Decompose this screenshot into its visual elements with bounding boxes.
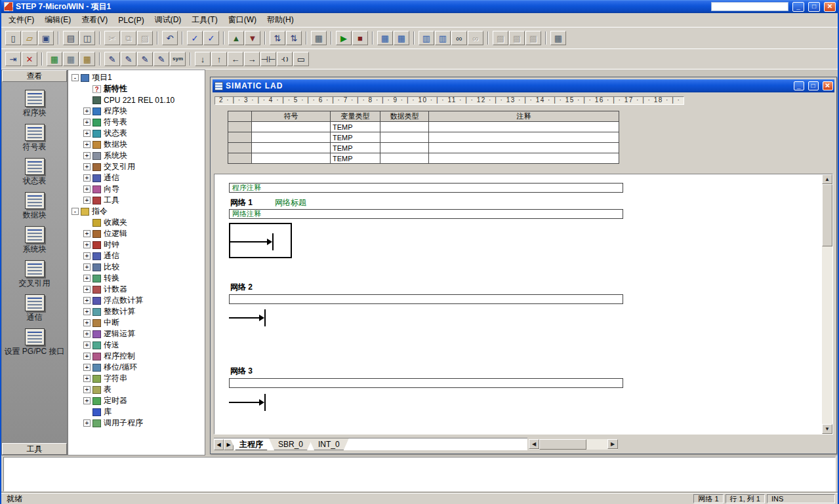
tree-item-project[interactable]: -项目1	[68, 72, 205, 83]
horizontal-scroll-track[interactable]	[586, 439, 607, 450]
status-monitor-button[interactable]: ∞	[451, 31, 467, 45]
row-selector[interactable]	[228, 153, 252, 164]
tree-expander[interactable]: +	[83, 230, 91, 237]
line-left-button[interactable]: ←	[228, 52, 243, 66]
tree-item-logical-operations[interactable]: +逻辑运算	[68, 328, 205, 339]
sidebar-item-set-pg-pc[interactable]: 设置 PG/PC 接口	[4, 328, 66, 356]
tree-item-shift-rotate[interactable]: +移位/循环	[68, 362, 205, 373]
tree-item-communications[interactable]: +通信	[68, 250, 205, 262]
menu-help[interactable]: 帮助(H)	[262, 12, 299, 28]
tree-expander[interactable]: +	[83, 252, 91, 260]
tree-expander[interactable]: +	[83, 341, 91, 349]
var-cell[interactable]	[380, 143, 429, 153]
apply-symbols-button[interactable]: ▦	[63, 52, 79, 66]
toggle-network-comment-button[interactable]: ✎	[121, 52, 136, 66]
tree-expander[interactable]: -	[72, 208, 79, 215]
var-cell[interactable]	[380, 153, 429, 164]
sort-ascending-button[interactable]: ⇅	[270, 31, 285, 45]
sidebar-item-cross-reference[interactable]: 交叉引用	[4, 260, 66, 288]
pause-chart-status-button[interactable]: ▥	[435, 31, 451, 45]
tree-expander[interactable]: +	[83, 386, 91, 393]
tree-item-table[interactable]: +表	[68, 384, 205, 395]
element-cursor-box[interactable]	[229, 223, 292, 258]
tree-expander[interactable]: +	[83, 319, 91, 326]
tree-expander[interactable]: +	[83, 397, 91, 404]
tree-item-instructions-folder[interactable]: -指令	[68, 206, 205, 217]
tree-item-whats-new[interactable]: ?新特性	[68, 83, 205, 94]
tree-item-counters[interactable]: +计数器	[68, 284, 205, 295]
ladder-editor-surface[interactable]: 程序注释 网络 1网络标题网络注释网络 2网络 3	[215, 174, 822, 434]
tree-expander[interactable]: +	[83, 107, 91, 115]
sidebar-item-symbol-table[interactable]: 符号表	[4, 124, 66, 151]
tree-item-status-chart[interactable]: +状态表	[68, 128, 205, 139]
tree-expander[interactable]: +	[83, 119, 91, 126]
var-cell[interactable]	[380, 122, 429, 132]
scroll-right-button[interactable]: ▶	[607, 439, 618, 449]
chart-status-button[interactable]: ▥	[419, 31, 434, 45]
var-cell[interactable]	[429, 143, 619, 153]
tools-bar-header[interactable]: 工具	[2, 443, 67, 455]
tree-item-convert[interactable]: +转换	[68, 273, 205, 284]
symbol-table-button[interactable]: ▦	[47, 52, 62, 66]
tree-expander[interactable]: +	[83, 353, 91, 360]
tree-expander[interactable]: +	[83, 141, 91, 148]
tree-item-system-block[interactable]: +系统块	[68, 150, 205, 161]
var-cell[interactable]	[429, 122, 619, 132]
toggle-pou-comment-button[interactable]: ✎	[104, 52, 120, 66]
insert-contact-button[interactable]: ⊣⊢	[260, 52, 276, 66]
menu-window[interactable]: 窗口(W)	[223, 12, 262, 28]
var-cell[interactable]: TEMP	[331, 143, 380, 153]
var-cell[interactable]	[252, 132, 331, 143]
tree-expander[interactable]: +	[83, 185, 91, 193]
tree-item-call-subroutines[interactable]: +调用子程序	[68, 417, 205, 429]
horizontal-scroll-thumb[interactable]	[539, 439, 586, 450]
network-title[interactable]: 网络标题	[275, 198, 306, 207]
close-button[interactable]: ✕	[824, 2, 836, 12]
open-file-button[interactable]: ▱	[22, 31, 37, 45]
tree-expander[interactable]: +	[83, 130, 91, 137]
tree-item-integer-math[interactable]: +整数计算	[68, 306, 205, 317]
vertical-scroll-thumb[interactable]	[822, 184, 832, 246]
horizontal-scrollbar[interactable]: ◀ ▶	[529, 439, 618, 450]
var-cell[interactable]	[252, 122, 331, 132]
network-comment-box[interactable]	[229, 294, 623, 304]
toggle-symbol-addressing-button[interactable]: ✎	[153, 52, 169, 66]
var-cell[interactable]: TEMP	[331, 132, 380, 143]
var-cell[interactable]: TEMP	[331, 122, 380, 132]
tree-item-floating-point-math[interactable]: +浮点数计算	[68, 295, 205, 306]
tab-main-program[interactable]: 主程序	[230, 438, 272, 450]
row-selector[interactable]	[228, 132, 252, 143]
tree-item-program-block[interactable]: +程序块	[68, 106, 205, 117]
tree-item-wizards[interactable]: +向导	[68, 184, 205, 195]
tree-item-data-block[interactable]: +数据块	[68, 139, 205, 150]
network-comment-box[interactable]: 网络注释	[229, 209, 623, 219]
sidebar-item-system-block[interactable]: 系统块	[4, 226, 66, 254]
bookmark-button[interactable]: ▦	[550, 31, 566, 45]
print-button[interactable]: ▤	[63, 31, 79, 45]
tree-expander[interactable]: +	[83, 286, 91, 293]
scroll-up-button[interactable]: ▲	[822, 174, 832, 184]
tree-item-compare[interactable]: +比较	[68, 262, 205, 273]
vertical-scroll-track[interactable]	[822, 246, 832, 424]
toggle-symbol-info-button[interactable]: ✎	[137, 52, 153, 66]
sidebar-item-communications[interactable]: 通信	[4, 294, 66, 322]
tree-item-timers[interactable]: +定时器	[68, 395, 205, 406]
tree-expander[interactable]: +	[83, 241, 91, 248]
compile-button[interactable]: ✓	[187, 31, 203, 45]
tree-item-program-control[interactable]: +程序控制	[68, 351, 205, 362]
compile-all-button[interactable]: ✓	[203, 31, 219, 45]
tree-expander[interactable]: -	[72, 74, 79, 81]
tree-item-favorites[interactable]: 收藏夹	[68, 217, 205, 228]
var-cell[interactable]	[380, 132, 429, 143]
tree-expander[interactable]: +	[83, 152, 91, 159]
tree-item-communications[interactable]: +通信	[68, 172, 205, 184]
tree-expander[interactable]: +	[83, 275, 91, 282]
menu-edit[interactable]: 编辑(E)	[39, 12, 76, 28]
lad-minimize-button[interactable]: _	[794, 81, 804, 90]
tree-expander[interactable]: +	[83, 174, 91, 182]
line-up-button[interactable]: ↑	[211, 52, 227, 66]
tab-int0[interactable]: INT_0	[309, 438, 349, 450]
download-button[interactable]: ▼	[245, 31, 260, 45]
new-file-button[interactable]: ▯	[5, 31, 21, 45]
tree-item-cpu[interactable]: CPU 221 REL 01.10	[68, 94, 205, 106]
